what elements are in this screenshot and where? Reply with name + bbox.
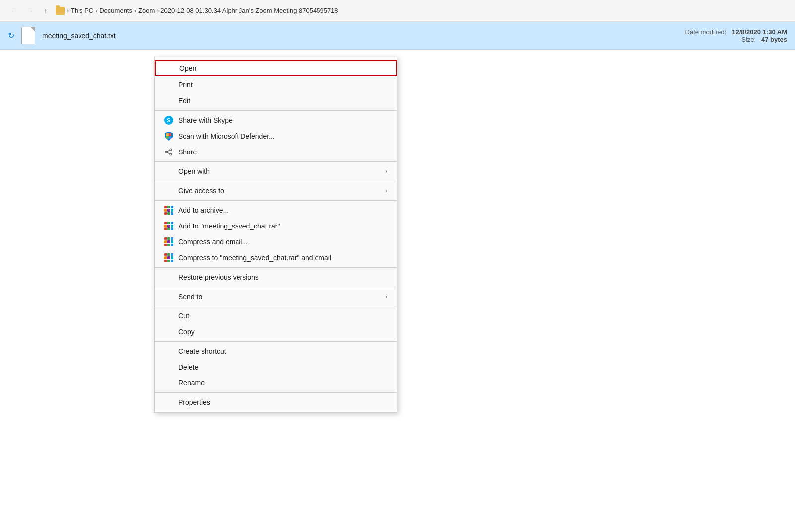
menu-item-share[interactable]: Share xyxy=(155,144,397,160)
share-icon xyxy=(164,148,173,156)
menu-item-share-skype[interactable]: SShare with Skype xyxy=(155,112,397,128)
menu-separator xyxy=(155,200,397,201)
rar-icon xyxy=(164,206,173,215)
menu-separator xyxy=(155,267,397,268)
menu-item-properties[interactable]: Properties xyxy=(155,394,397,410)
menu-item-open-with[interactable]: Open with› xyxy=(155,163,397,179)
menu-item-give-access[interactable]: Give access to› xyxy=(155,183,397,199)
submenu-chevron: › xyxy=(385,168,387,175)
menu-item-copy[interactable]: Copy xyxy=(155,324,397,340)
file-name: meeting_saved_chat.txt xyxy=(42,32,116,40)
menu-separator xyxy=(155,306,397,306)
breadcrumb-documents[interactable]: Documents xyxy=(99,7,132,14)
menu-separator xyxy=(155,110,397,111)
size-value: 47 bytes xyxy=(761,36,787,43)
up-button[interactable]: ↑ xyxy=(40,5,52,17)
menu-separator xyxy=(155,161,397,162)
menu-item-edit[interactable]: Edit xyxy=(155,93,397,109)
menu-item-label-add-archive: Add to archive... xyxy=(178,206,229,214)
menu-item-label-restore: Restore previous versions xyxy=(178,273,259,281)
date-label: Date modified: xyxy=(685,28,727,36)
menu-item-label-give-access: Give access to xyxy=(178,187,224,195)
rar-icon xyxy=(164,222,173,230)
submenu-chevron: › xyxy=(385,293,387,300)
folder-icon xyxy=(56,7,65,15)
menu-item-label-compress-email: Compress and email... xyxy=(178,238,248,246)
defender-icon xyxy=(164,132,173,141)
menu-item-label-print: Print xyxy=(178,81,193,89)
svg-point-0 xyxy=(170,149,172,151)
address-bar: ← → ↑ › This PC › Documents › Zoom › 202… xyxy=(0,0,795,22)
breadcrumb-thispc[interactable]: This PC xyxy=(71,7,93,14)
menu-item-delete[interactable]: Delete xyxy=(155,359,397,375)
main-content: ↻ meeting_saved_chat.txt Date modified: … xyxy=(0,22,795,532)
menu-item-add-rar[interactable]: Add to "meeting_saved_chat.rar" xyxy=(155,218,397,234)
svg-point-2 xyxy=(165,151,167,153)
context-menu: OpenPrintEditSShare with SkypeScan with … xyxy=(154,57,398,413)
menu-separator xyxy=(155,287,397,287)
menu-item-cut[interactable]: Cut xyxy=(155,308,397,324)
menu-item-scan-defender[interactable]: Scan with Microsoft Defender... xyxy=(155,128,397,144)
date-value: 12/8/2020 1:30 AM xyxy=(732,28,787,36)
submenu-chevron: › xyxy=(385,187,387,194)
menu-item-label-share: Share xyxy=(178,148,197,156)
menu-item-label-properties: Properties xyxy=(178,398,210,406)
breadcrumb-zoom[interactable]: Zoom xyxy=(138,7,155,14)
menu-item-label-open-with: Open with xyxy=(178,167,210,175)
refresh-icon[interactable]: ↻ xyxy=(8,31,14,40)
menu-item-label-cut: Cut xyxy=(178,312,189,320)
menu-item-label-scan-defender: Scan with Microsoft Defender... xyxy=(178,132,275,140)
menu-item-restore[interactable]: Restore previous versions xyxy=(155,269,397,285)
menu-item-label-copy: Copy xyxy=(178,328,195,336)
breadcrumb: › This PC › Documents › Zoom › 2020-12-0… xyxy=(56,7,338,15)
back-button[interactable]: ← xyxy=(8,5,20,17)
file-meta: Date modified: 12/8/2020 1:30 AM Size: 4… xyxy=(685,28,787,43)
size-label: Size: xyxy=(741,36,756,43)
menu-item-open[interactable]: Open xyxy=(155,60,397,76)
skype-icon: S xyxy=(164,116,173,125)
menu-item-label-delete: Delete xyxy=(178,363,198,371)
menu-item-print[interactable]: Print xyxy=(155,77,397,93)
menu-item-compress-rar-email[interactable]: Compress to "meeting_saved_chat.rar" and… xyxy=(155,250,397,266)
menu-item-label-compress-rar-email: Compress to "meeting_saved_chat.rar" and… xyxy=(178,254,331,262)
forward-button[interactable]: → xyxy=(24,5,36,17)
file-icon xyxy=(20,26,36,45)
menu-item-label-open: Open xyxy=(179,64,196,72)
menu-item-label-rename: Rename xyxy=(178,379,205,387)
menu-item-send-to[interactable]: Send to› xyxy=(155,289,397,304)
menu-item-label-add-rar: Add to "meeting_saved_chat.rar" xyxy=(178,222,280,230)
menu-item-rename[interactable]: Rename xyxy=(155,375,397,391)
svg-line-3 xyxy=(167,150,170,152)
menu-separator xyxy=(155,181,397,181)
menu-item-label-send-to: Send to xyxy=(178,293,202,301)
menu-item-label-share-skype: Share with Skype xyxy=(178,116,233,124)
menu-separator xyxy=(155,341,397,342)
menu-item-create-shortcut[interactable]: Create shortcut xyxy=(155,343,397,359)
rar-icon xyxy=(164,253,173,262)
menu-separator xyxy=(155,392,397,393)
menu-item-label-create-shortcut: Create shortcut xyxy=(178,347,226,355)
svg-point-1 xyxy=(170,153,172,155)
menu-item-compress-email[interactable]: Compress and email... xyxy=(155,234,397,250)
file-row: ↻ meeting_saved_chat.txt Date modified: … xyxy=(0,22,795,50)
menu-item-add-archive[interactable]: Add to archive... xyxy=(155,202,397,218)
menu-item-label-edit: Edit xyxy=(178,97,190,105)
rar-icon xyxy=(164,237,173,246)
svg-line-4 xyxy=(167,152,170,154)
breadcrumb-folder[interactable]: 2020-12-08 01.30.34 Alphr Jan's Zoom Mee… xyxy=(160,7,338,14)
